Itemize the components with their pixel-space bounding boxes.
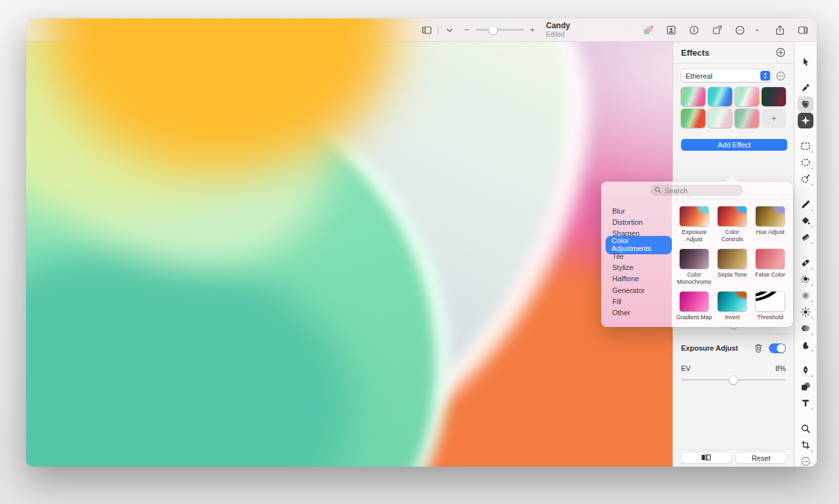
category-stylize[interactable]: Stylize (601, 262, 672, 273)
select-brush-tool[interactable] (798, 80, 813, 96)
effect-color-monochrome[interactable]: Color Monochrome (675, 249, 713, 292)
share-icon[interactable] (773, 24, 787, 37)
free-selection-tool[interactable] (798, 155, 813, 170)
effect-label: Exposure Adjust (676, 229, 712, 242)
canvas-zoom-slider[interactable] (475, 29, 524, 31)
sharpen-tool[interactable] (798, 304, 813, 320)
zoom-in-button[interactable]: + (528, 25, 537, 35)
smudge-tool[interactable] (798, 337, 813, 353)
toggle-knob (777, 344, 785, 353)
type-tool[interactable] (798, 395, 813, 411)
effect-threshold[interactable]: Threshold (751, 292, 789, 327)
effect-preset-4-thumbnail[interactable] (762, 87, 786, 106)
effect-false-color[interactable]: False Color (751, 249, 789, 292)
effect-preset-3-thumbnail[interactable] (735, 87, 759, 106)
type-icon (800, 398, 811, 408)
erase-tool[interactable] (798, 229, 813, 245)
effect-preset-5-thumbnail[interactable] (681, 109, 705, 128)
pencil-icon (800, 199, 811, 210)
color-adjustments-tool[interactable] (798, 96, 813, 112)
more-tools-button[interactable] (798, 454, 813, 467)
smudge-finger-icon (800, 339, 811, 350)
category-distortion[interactable]: Distortion (601, 216, 672, 227)
crop-tool[interactable] (798, 437, 813, 453)
effect-thumbnail-false-color[interactable] (756, 249, 785, 269)
category-label: Fill (612, 298, 621, 305)
compare-button[interactable] (681, 452, 731, 463)
effects-tool[interactable] (798, 113, 813, 128)
ev-slider[interactable] (681, 379, 786, 381)
effect-hue-adjust[interactable]: Hue Adjust (751, 206, 789, 249)
effects-panel-title: Effects (681, 48, 709, 58)
effect-thumbnail-threshold[interactable] (756, 292, 785, 311)
minimize-button[interactable] (47, 18, 395, 171)
zoom-tool[interactable] (798, 421, 813, 436)
search-input[interactable] (665, 187, 737, 195)
blur-tool[interactable] (798, 288, 813, 303)
preset-grid: + (681, 87, 786, 128)
more-options-chevron-icon[interactable] (750, 24, 764, 37)
ev-slider-thumb[interactable] (730, 376, 738, 384)
category-other[interactable]: Other (601, 307, 672, 319)
rectangular-selection-tool[interactable] (798, 138, 813, 154)
clone-tool[interactable] (798, 271, 813, 287)
pen-nib-icon (800, 365, 811, 376)
fill-tool[interactable] (798, 213, 813, 229)
more-options-icon[interactable] (733, 24, 747, 37)
effect-thumbnail-color-controls[interactable] (718, 206, 747, 226)
desaturate-tool[interactable] (798, 320, 813, 336)
pen-tool[interactable] (798, 362, 813, 378)
saturation-circles-icon (800, 323, 811, 334)
effect-preset-7-thumbnail[interactable] (735, 109, 759, 128)
category-label: Stylize (612, 263, 633, 271)
preset-more-button[interactable] (775, 71, 786, 81)
effect-enabled-toggle[interactable] (769, 343, 786, 353)
effect-label: Invert (714, 314, 751, 321)
effect-preset-2-thumbnail[interactable] (708, 87, 732, 106)
add-effect-popup: BlurDistortionSharpenColor AdjustmentsTi… (601, 182, 793, 327)
effect-thumbnail-color-monochrome[interactable] (680, 249, 709, 269)
preset-dropdown[interactable]: Ethereal (681, 69, 771, 82)
repair-tool[interactable] (798, 255, 813, 271)
toggle-right-sidebar-icon[interactable] (796, 24, 810, 37)
ellipsis-circle-icon (800, 456, 811, 467)
reset-button[interactable]: Reset (736, 452, 786, 463)
chevron-down-icon[interactable] (442, 24, 457, 37)
effect-preset-6-thumbnail[interactable] (708, 109, 732, 128)
effect-sepia-tone[interactable]: Sepia Tone (713, 249, 751, 292)
category-blur[interactable]: Blur (601, 205, 672, 216)
add-preset-button[interactable]: + (762, 109, 786, 128)
category-generator[interactable]: Generator (601, 284, 672, 296)
effect-thumbnail-invert[interactable] (718, 292, 747, 311)
effect-preset-1-thumbnail[interactable] (681, 87, 705, 106)
titlebar-separator (438, 26, 439, 35)
toggle-left-sidebar-icon[interactable] (420, 24, 434, 37)
zoom-out-button[interactable]: − (462, 25, 471, 35)
portrait-icon[interactable] (664, 24, 678, 37)
canvas-zoom-slider-thumb[interactable] (488, 26, 497, 34)
effect-gradient-map[interactable]: Gradient Map (675, 292, 713, 327)
effect-label: Gradient Map (676, 314, 712, 321)
smart-selection-tool[interactable] (798, 171, 813, 187)
effect-exposure-adjust[interactable]: Exposure Adjust (675, 206, 713, 249)
paint-tool[interactable] (798, 197, 813, 212)
effect-thumbnail-hue-adjust[interactable] (756, 206, 785, 226)
category-fill[interactable]: Fill (601, 296, 672, 307)
transform-icon[interactable] (710, 24, 724, 37)
titlebar: − + Candy Edited (26, 18, 817, 42)
effect-color-controls[interactable]: Color Controls (713, 206, 751, 249)
add-effect-button[interactable]: Add Effect (681, 139, 787, 151)
effect-thumbnail-exposure-adjust[interactable] (680, 206, 709, 226)
category-halftone[interactable]: Halftone (601, 273, 672, 284)
effect-thumbnail-sepia-tone[interactable] (718, 249, 747, 269)
arrange-tool[interactable] (798, 54, 813, 70)
category-color-adjustments[interactable]: Color Adjustments (601, 239, 672, 250)
info-icon[interactable] (687, 24, 701, 37)
effect-thumbnail-gradient-map[interactable] (680, 292, 709, 311)
effect-invert[interactable]: Invert (713, 292, 751, 327)
add-preset-collection-button[interactable] (775, 47, 786, 58)
trash-icon[interactable] (753, 343, 764, 353)
effect-search-field[interactable] (650, 185, 743, 196)
shapes-tool[interactable] (798, 379, 813, 395)
color-swatches-icon[interactable] (641, 24, 655, 37)
